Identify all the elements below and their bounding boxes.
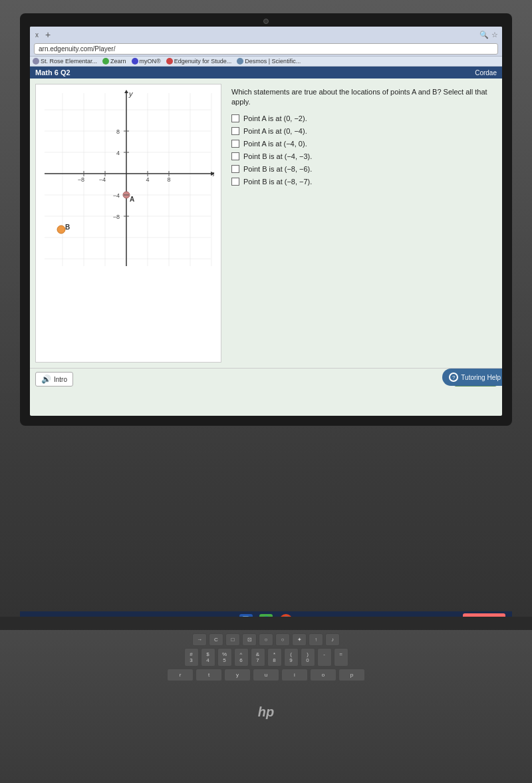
key-up[interactable]: ↑ — [309, 633, 323, 646]
bookmark-zearn[interactable]: Zearn — [102, 58, 126, 65]
answer-option-6[interactable]: Point B is at (−8, −7). — [231, 178, 493, 186]
bookmark-desmos[interactable]: Desmos | Scientific... — [237, 58, 301, 65]
svg-text:4: 4 — [146, 176, 149, 183]
bookmark-label-myon: myON® — [140, 58, 161, 65]
key-dotted-square[interactable]: ⊡ — [242, 633, 257, 646]
bookmark-icon-rose — [33, 58, 39, 65]
svg-text:B: B — [65, 224, 70, 231]
bookmark-edgenuity[interactable]: Edgenuity for Stude... — [166, 58, 232, 65]
key-y[interactable]: y — [224, 669, 251, 681]
checkbox-1[interactable] — [231, 114, 239, 122]
browser-controls: arn.edgenuity.com/Player/ — [34, 42, 498, 56]
svg-rect-0 — [41, 90, 214, 269]
option-label-4: Point B is at (−4, −3). — [243, 152, 312, 160]
answer-option-1[interactable]: Point A is at (0, −2). — [231, 114, 493, 122]
svg-text:−8: −8 — [113, 214, 120, 220]
checkbox-3[interactable] — [231, 140, 239, 148]
intro-label: Intro — [54, 376, 67, 383]
bookmark-icon-edgenuity — [166, 58, 173, 65]
hp-logo: hp — [258, 705, 274, 720]
browser-chrome: x + 🔍 ☆ arn.edgenuity.com/Player/ — [30, 27, 502, 57]
bookmark-rose[interactable]: St. Rose Elementar... — [33, 58, 97, 65]
key-r[interactable]: r — [167, 669, 194, 681]
key-p[interactable]: p — [338, 669, 365, 681]
bookmark-label-edgenuity: Edgenuity for Stude... — [174, 58, 232, 65]
tutoring-help-button[interactable]: ? Tutoring Help — [442, 369, 502, 386]
svg-text:−4: −4 — [99, 176, 106, 183]
answer-option-3[interactable]: Point A is at (−4, 0). — [231, 140, 493, 148]
key-i[interactable]: i — [281, 669, 308, 681]
keyboard-hinge — [0, 617, 532, 630]
key-u[interactable]: u — [253, 669, 279, 681]
coordinate-graph: x y −8 −4 4 8 8 4 −4 — [41, 90, 214, 269]
key-minus[interactable]: - — [317, 648, 332, 667]
key-volume[interactable]: ♪ — [325, 633, 340, 646]
key-7[interactable]: &7 — [251, 648, 265, 667]
key-4[interactable]: $4 — [201, 648, 215, 667]
keyboard-rows: → C □ ⊡ ○ ○ ✦ ↑ ♪ #3 $4 %5 ^6 &7 *8 (9 )… — [0, 630, 532, 687]
tab-close[interactable]: x — [34, 31, 40, 39]
answer-option-2[interactable]: Point A is at (0, −4). — [231, 127, 493, 135]
search-icon[interactable]: 🔍 — [479, 31, 489, 39]
intro-button[interactable]: 🔊 Intro — [35, 372, 73, 387]
key-brightness[interactable]: ✦ — [292, 633, 307, 646]
key-6[interactable]: ^6 — [234, 648, 249, 667]
key-tab[interactable]: → — [192, 633, 207, 646]
screen-content: x + 🔍 ☆ arn.edgenuity.com/Player/ St. Ro… — [30, 27, 502, 416]
address-bar[interactable]: arn.edgenuity.com/Player/ — [34, 43, 498, 55]
key-circle2[interactable]: ○ — [275, 633, 290, 646]
key-circle1[interactable]: ○ — [259, 633, 273, 646]
main-content: x y −8 −4 4 8 8 4 −4 — [30, 78, 502, 368]
keyboard-row-fn: → C □ ⊡ ○ ○ ✦ ↑ ♪ — [13, 633, 519, 646]
option-label-1: Point A is at (0, −2). — [243, 114, 307, 122]
screen-bezel: x + 🔍 ☆ arn.edgenuity.com/Player/ St. Ro… — [20, 13, 512, 426]
bookmark-myon[interactable]: myON® — [132, 58, 161, 65]
tab-plus[interactable]: + — [43, 29, 53, 40]
key-8[interactable]: *8 — [267, 648, 282, 667]
answer-option-5[interactable]: Point B is at (−8, −6). — [231, 165, 493, 173]
content-panel: x y −8 −4 4 8 8 4 −4 — [30, 78, 502, 416]
keyboard-row-letters: r t y u i o p — [13, 669, 519, 681]
graph-container: x y −8 −4 4 8 8 4 −4 — [35, 84, 221, 363]
bookmark-icon-myon — [132, 58, 138, 65]
checkbox-6[interactable] — [231, 178, 239, 186]
key-t[interactable]: t — [196, 669, 222, 681]
key-9[interactable]: (9 — [284, 648, 299, 667]
point-b — [57, 226, 65, 234]
keyboard-area: hp → C □ ⊡ ○ ○ ✦ ↑ ♪ #3 $4 %5 ^6 &7 *8 (… — [0, 617, 532, 783]
option-label-5: Point B is at (−8, −6). — [243, 165, 312, 173]
bookmark-icon-zearn — [102, 58, 109, 65]
key-c[interactable]: C — [209, 633, 223, 646]
question-text: Which statements are true about the loca… — [231, 87, 493, 108]
answer-option-4[interactable]: Point B is at (−4, −3). — [231, 152, 493, 160]
tab-bar: x + 🔍 ☆ — [34, 29, 498, 40]
checkbox-5[interactable] — [231, 165, 239, 173]
svg-text:−4: −4 — [113, 192, 120, 199]
checkbox-2[interactable] — [231, 127, 239, 135]
option-label-6: Point B is at (−8, −7). — [243, 178, 312, 186]
star-icon[interactable]: ☆ — [491, 31, 498, 39]
checkbox-4[interactable] — [231, 152, 239, 160]
questions-area: Which statements are true about the loca… — [228, 84, 497, 363]
svg-text:−8: −8 — [78, 176, 84, 183]
bookmark-icon-desmos — [237, 58, 243, 65]
key-o[interactable]: o — [310, 669, 336, 681]
key-5[interactable]: %5 — [217, 648, 232, 667]
option-label-3: Point A is at (−4, 0). — [243, 140, 307, 148]
keyboard-row-numbers: #3 $4 %5 ^6 &7 *8 (9 )0 - = — [13, 648, 519, 667]
speaker-icon: 🔊 — [41, 375, 51, 384]
screen: x + 🔍 ☆ arn.edgenuity.com/Player/ St. Ro… — [30, 27, 502, 416]
key-square[interactable]: □ — [225, 633, 240, 646]
bookmarks-bar: St. Rose Elementar... Zearn myON® Edgenu… — [30, 57, 502, 67]
camera — [263, 19, 269, 24]
laptop-body: x + 🔍 ☆ arn.edgenuity.com/Player/ St. Ro… — [0, 0, 532, 783]
key-0[interactable]: )0 — [301, 648, 315, 667]
page-title: Math 6 Q2 — [35, 69, 70, 77]
key-3[interactable]: #3 — [184, 648, 199, 667]
bookmark-label-rose: St. Rose Elementar... — [41, 58, 97, 65]
bottom-toolbar: 🔊 Intro ✓ Done — [30, 368, 502, 390]
bookmark-label-desmos: Desmos | Scientific... — [245, 58, 301, 65]
page-header: Math 6 Q2 Cordae — [30, 67, 502, 78]
key-equals[interactable]: = — [334, 648, 348, 667]
svg-text:4: 4 — [116, 150, 120, 156]
